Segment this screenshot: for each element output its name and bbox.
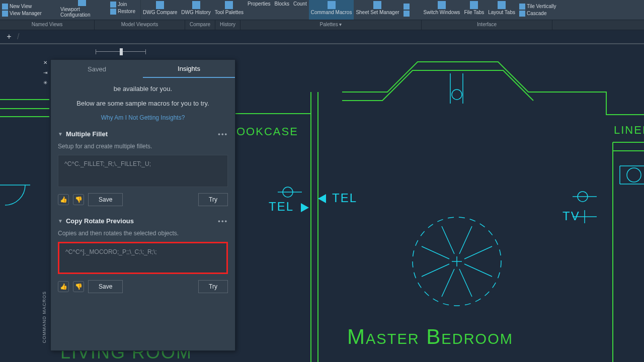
svg-line-10 bbox=[459, 269, 472, 297]
svg-line-7 bbox=[442, 226, 454, 254]
macro-desc: Copies and then rotates the selected obj… bbox=[58, 230, 228, 237]
sheet-set-button[interactable]: Sheet Set Manager bbox=[354, 0, 401, 20]
intro-text-1: be available for you. bbox=[58, 85, 228, 93]
dwg-history-button[interactable]: DWG History bbox=[179, 0, 212, 20]
svg-line-5 bbox=[422, 264, 449, 277]
intro-text-2: Below are some sample macros for you to … bbox=[58, 100, 228, 107]
svg-line-9 bbox=[442, 269, 454, 297]
palette-icon-2[interactable] bbox=[404, 11, 420, 17]
thumbs-down-button[interactable]: 👎 bbox=[73, 281, 84, 292]
macro-title: Copy Rotate Previous bbox=[66, 217, 134, 225]
switch-windows-button[interactable]: Switch Windows bbox=[422, 0, 462, 20]
macro-title: Multiple Fillet bbox=[66, 130, 108, 138]
palette-icon-1[interactable] bbox=[404, 4, 420, 10]
chevron-down-icon[interactable]: ▼ bbox=[58, 218, 63, 224]
thumbs-up-button[interactable]: 👍 bbox=[58, 194, 69, 205]
svg-marker-14 bbox=[301, 203, 309, 212]
macro-desc: Setup for and create multiple fillets. bbox=[58, 143, 228, 150]
drawing-canvas[interactable]: OOKCASE TEL TEL TV LINER Master Bedroom … bbox=[0, 44, 644, 362]
palette-title: COMMAND MACROS bbox=[42, 291, 47, 343]
add-tab-button[interactable]: + bbox=[4, 32, 14, 42]
svg-point-1 bbox=[627, 168, 641, 182]
file-tabs-button[interactable]: File Tabs bbox=[462, 0, 486, 20]
properties-button[interactable]: Properties bbox=[246, 0, 273, 20]
command-macros-button[interactable]: Command Macros bbox=[309, 0, 354, 20]
svg-line-3 bbox=[422, 246, 449, 259]
blocks-button[interactable]: Blocks bbox=[273, 0, 291, 20]
view-manager-icon bbox=[2, 11, 8, 17]
save-button[interactable]: Save bbox=[88, 280, 123, 293]
ribbon: New View View Manager Viewport Configura… bbox=[0, 0, 644, 20]
thumbs-down-button[interactable]: 👎 bbox=[73, 194, 84, 205]
viewport-config-button[interactable]: Viewport Configuration bbox=[58, 0, 106, 19]
more-icon[interactable]: ••• bbox=[218, 130, 228, 138]
insights-help-link[interactable]: Why Am I Not Getting Insights? bbox=[58, 114, 228, 121]
svg-point-0 bbox=[452, 89, 462, 100]
try-button[interactable]: Try bbox=[198, 280, 228, 293]
liner-label: LINER bbox=[614, 124, 644, 137]
gear-icon[interactable]: ✳ bbox=[42, 80, 49, 87]
layout-tabs-button[interactable]: Layout Tabs bbox=[486, 0, 517, 20]
tool-palettes-button[interactable]: Tool Palettes bbox=[213, 0, 246, 20]
panel-labels: Named Views Model Viewports Compare Hist… bbox=[0, 20, 644, 30]
new-view-icon bbox=[2, 4, 8, 10]
master-bedroom-label: Master Bedroom bbox=[347, 325, 513, 349]
panel-compare[interactable]: Compare bbox=[185, 20, 215, 30]
view-manager-button[interactable]: View Manager bbox=[2, 11, 53, 17]
svg-line-6 bbox=[464, 264, 492, 277]
bookcase-label: OOKCASE bbox=[236, 125, 298, 138]
panel-palettes[interactable]: Palettes ▾ bbox=[240, 20, 422, 30]
svg-marker-15 bbox=[318, 194, 326, 203]
cascade-button[interactable]: Cascade bbox=[519, 11, 571, 17]
macro-code-highlighted[interactable]: ^C^C^]._MOCORO;_P;;\_C;\;_R;\; bbox=[58, 242, 228, 274]
tab-bar: + / bbox=[0, 30, 644, 44]
macro-copy-rotate: ▼ Copy Rotate Previous ••• Copies and th… bbox=[58, 217, 228, 293]
new-view-button[interactable]: New View bbox=[2, 4, 53, 10]
command-macros-palette: ✕ ⇥ ✳ COMMAND MACROS Saved Insights be a… bbox=[50, 59, 235, 351]
panel-model-viewports[interactable]: Model Viewports bbox=[95, 20, 185, 30]
svg-line-8 bbox=[459, 226, 472, 254]
count-button[interactable]: Count bbox=[291, 0, 309, 20]
macro-multiple-fillet: ▼ Multiple Fillet ••• Setup for and crea… bbox=[58, 130, 228, 206]
restore-button[interactable]: Restore bbox=[110, 9, 135, 15]
panel-interface[interactable]: Interface bbox=[422, 20, 552, 30]
save-button[interactable]: Save bbox=[88, 193, 123, 206]
try-button[interactable]: Try bbox=[198, 193, 228, 206]
dwg-compare-button[interactable]: DWG Compare bbox=[141, 0, 179, 20]
tab-saved[interactable]: Saved bbox=[51, 60, 143, 78]
pin-icon[interactable]: ⇥ bbox=[42, 70, 49, 77]
close-icon[interactable]: ✕ bbox=[42, 60, 49, 67]
tel-label-1: TEL bbox=[269, 200, 294, 214]
tel-label-2: TEL bbox=[332, 191, 357, 205]
join-button[interactable]: Join bbox=[110, 2, 135, 8]
tab-insights[interactable]: Insights bbox=[143, 60, 235, 78]
svg-line-4 bbox=[464, 246, 492, 259]
macro-code[interactable]: ^C^C._FILLET;_R;\._FILLET;_U; bbox=[58, 155, 228, 187]
tile-vertically-button[interactable]: Tile Vertically bbox=[519, 4, 571, 10]
chevron-down-icon[interactable]: ▼ bbox=[58, 131, 63, 137]
thumbs-up-button[interactable]: 👍 bbox=[58, 281, 69, 292]
more-icon[interactable]: ••• bbox=[218, 217, 228, 225]
panel-history[interactable]: History bbox=[215, 20, 240, 30]
panel-named-views[interactable]: Named Views bbox=[0, 20, 95, 30]
tv-label: TV bbox=[562, 209, 580, 223]
